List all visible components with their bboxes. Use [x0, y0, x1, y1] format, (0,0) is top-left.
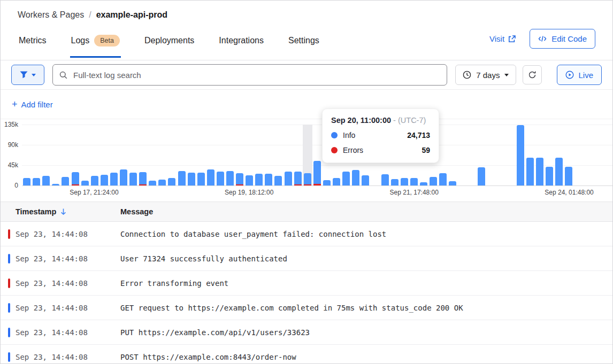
chart-bar[interactable]	[323, 180, 331, 185]
chart-bar[interactable]	[401, 178, 408, 185]
table-row[interactable]: Sep 23, 14:44:08POST https://example.com…	[1, 345, 612, 364]
chart-bar[interactable]	[285, 172, 292, 185]
tab-settings[interactable]: Settings	[287, 25, 320, 58]
table-row[interactable]: Sep 23, 14:44:08Error transforming event	[1, 271, 612, 296]
chart-bar[interactable]	[430, 177, 437, 185]
chart-bar[interactable]	[410, 178, 418, 185]
tab-logs[interactable]: LogsBeta	[70, 25, 121, 58]
table-row[interactable]: Sep 23, 14:44:08Connection to database u…	[1, 222, 612, 246]
chart-bar[interactable]	[72, 172, 79, 184]
chart-bar[interactable]	[178, 171, 186, 185]
chart-bar[interactable]	[23, 178, 30, 185]
chart-bar[interactable]	[149, 181, 156, 185]
chart-bar[interactable]	[449, 181, 456, 185]
chart-bar[interactable]	[391, 179, 399, 185]
chart-bar[interactable]	[255, 174, 263, 185]
chart-bar[interactable]	[158, 180, 166, 185]
chart-bar[interactable]	[352, 170, 359, 185]
chart-bar-slot	[448, 125, 457, 185]
chart-bar[interactable]	[62, 177, 69, 185]
search-input[interactable]	[72, 70, 440, 80]
chart-bar[interactable]	[304, 173, 311, 184]
y-axis-label: 90k	[1, 141, 18, 149]
chart-bar[interactable]	[342, 172, 350, 185]
refresh-button[interactable]	[523, 65, 542, 84]
chart-bar-slot	[516, 125, 525, 185]
message-cell: POST https://example.com:8443/order-now	[120, 353, 612, 361]
edit-code-label: Edit Code	[551, 34, 587, 43]
chart-bar[interactable]	[536, 158, 543, 185]
column-header-message[interactable]: Message	[120, 207, 612, 216]
clock-icon	[463, 71, 471, 79]
chart-bar[interactable]	[91, 176, 98, 185]
tab-deployments[interactable]: Deployments	[143, 25, 195, 58]
edit-code-button[interactable]: Edit Code	[530, 29, 595, 49]
chart-bar[interactable]	[101, 175, 108, 185]
chart-bar-slot	[467, 125, 477, 185]
breadcrumb-section[interactable]: Workers & Pages	[18, 10, 84, 20]
chart-bar[interactable]	[197, 173, 205, 185]
chart-bar-slot	[41, 125, 51, 185]
chart-bar[interactable]	[110, 173, 118, 185]
chart-bar[interactable]	[526, 158, 534, 185]
chart-bar[interactable]	[52, 184, 59, 185]
chart-bar-errors[interactable]	[236, 184, 243, 185]
table-row[interactable]: Sep 23, 14:44:08PUT https://example.com/…	[1, 320, 612, 345]
chart-bar[interactable]	[33, 178, 40, 185]
logs-histogram: 045k90k135k Sep 17, 21:24:00Sep 19, 18:1…	[1, 119, 612, 202]
chart-bar[interactable]	[313, 161, 321, 184]
time-range-button[interactable]: 7 days	[455, 65, 516, 85]
chart-bar[interactable]	[120, 169, 127, 185]
table-row[interactable]: Sep 23, 14:44:08User 71324 successfully …	[1, 246, 612, 271]
tab-metrics[interactable]: Metrics	[18, 25, 48, 58]
message-cell: Error transforming event	[120, 279, 612, 288]
chart-bar[interactable]	[265, 174, 272, 185]
chart-bar[interactable]	[236, 173, 243, 184]
chart-bar-errors[interactable]	[139, 184, 147, 185]
chart-bar-errors[interactable]	[72, 184, 79, 185]
chart-bar-slot	[216, 125, 225, 185]
chart-bar[interactable]	[439, 173, 447, 185]
chart-bar[interactable]	[517, 125, 524, 185]
chart-bar[interactable]	[565, 167, 572, 185]
chart-bar-slot	[593, 125, 603, 185]
chart-bar[interactable]	[81, 181, 89, 185]
chart-bar-slot	[138, 125, 148, 185]
chart-bar[interactable]	[362, 175, 369, 185]
chart-bar-slot	[583, 125, 593, 185]
chart-bar[interactable]	[294, 172, 302, 184]
chart-bar[interactable]	[129, 173, 137, 185]
sort-desc-icon[interactable]	[60, 208, 67, 215]
chart-bar[interactable]	[226, 171, 234, 185]
tab-label: Metrics	[19, 36, 47, 45]
caret-down-icon	[504, 74, 509, 76]
severity-indicator-info	[8, 328, 10, 337]
live-button[interactable]: Live	[557, 65, 602, 85]
chart-bar[interactable]	[188, 173, 195, 185]
series-dot	[331, 132, 338, 138]
chart-bar-errors[interactable]	[304, 184, 311, 185]
table-row[interactable]: Sep 23, 14:44:08GET request to https://e…	[1, 296, 612, 320]
chart-bar[interactable]	[333, 178, 340, 185]
visit-link[interactable]: Visit	[489, 34, 516, 43]
chart-bar-errors[interactable]	[313, 184, 321, 185]
chart-bar[interactable]	[246, 175, 253, 185]
chart-bar[interactable]	[381, 174, 389, 185]
chart-bar[interactable]	[478, 167, 485, 185]
chart-bar[interactable]	[274, 176, 282, 185]
chart-bar[interactable]	[546, 167, 553, 185]
tooltip-timezone: (UTC-7)	[398, 116, 426, 125]
chart-bar[interactable]	[420, 182, 427, 185]
chart-bar[interactable]	[139, 172, 147, 184]
severity-indicator-info	[8, 352, 10, 362]
chart-bar[interactable]	[207, 169, 214, 185]
chart-bar-errors[interactable]	[294, 184, 302, 185]
column-header-timestamp[interactable]: Timestamp	[1, 207, 120, 216]
tab-integrations[interactable]: Integrations	[218, 25, 265, 58]
chart-bar[interactable]	[168, 178, 175, 185]
chart-bar[interactable]	[555, 158, 563, 185]
add-filter-button[interactable]: Add filter	[21, 100, 53, 109]
chart-bar[interactable]	[217, 172, 224, 185]
filter-button[interactable]	[11, 65, 44, 85]
chart-bar[interactable]	[42, 176, 50, 185]
